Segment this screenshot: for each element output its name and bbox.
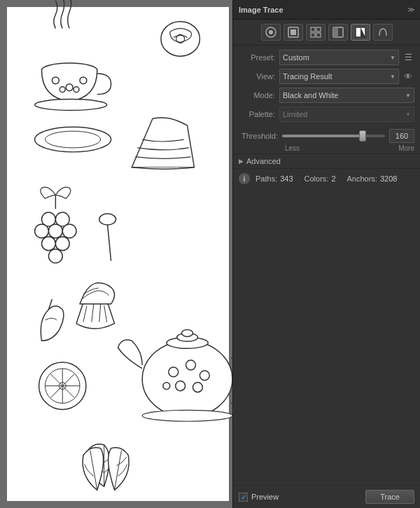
threshold-slider-wrap (282, 135, 385, 137)
checkbox-check-icon: ✓ (241, 493, 246, 501)
preset-icons-row (233, 20, 420, 46)
auto-color-preset-btn[interactable] (261, 24, 281, 41)
threshold-section: Threshold: Less More (233, 126, 420, 153)
anchors-label: Anchors: (347, 174, 377, 183)
threshold-slider-track (282, 135, 385, 137)
colors-value: 2 (331, 174, 335, 183)
view-eye-icon[interactable]: 👁 (402, 71, 414, 81)
svg-rect-51 (290, 29, 296, 35)
svg-point-9 (35, 127, 111, 152)
preset-menu-icon[interactable]: ☰ (402, 53, 414, 62)
mode-dropdown[interactable]: Black and White ▼ (279, 88, 414, 103)
threshold-label: Threshold: (239, 132, 282, 140)
mode-control-wrap: Black and White ▼ (279, 88, 414, 103)
panel-collapse-button[interactable]: ≫ (407, 6, 414, 13)
preset-row: Preset: Custom ▼ ☰ (239, 50, 414, 65)
preset-dropdown-arrow: ▼ (390, 55, 396, 61)
view-dropdown[interactable]: Tracing Result ▼ (279, 69, 399, 84)
view-row: View: Tracing Result ▼ 👁 (239, 69, 414, 84)
mode-label: Mode: (239, 91, 279, 99)
panel-titlebar: Image Trace ≫ (233, 0, 420, 20)
slider-labels: Less More (239, 143, 414, 152)
stats-row: i Paths: 343 Colors: 2 Anchors: 3208 (233, 169, 420, 188)
view-dropdown-arrow: ▼ (390, 74, 396, 80)
mode-dropdown-arrow: ▼ (405, 92, 411, 99)
svg-point-7 (161, 22, 200, 57)
view-control-wrap: Tracing Result ▼ 👁 (279, 69, 414, 84)
svg-rect-57 (333, 27, 338, 37)
low-color-preset-btn[interactable] (306, 24, 326, 41)
colors-stat: Colors: 2 (304, 174, 336, 183)
info-icon: i (239, 173, 250, 184)
canvas-area (0, 0, 232, 508)
svg-line-21 (108, 225, 111, 261)
svg-point-49 (269, 30, 273, 34)
paths-stat: Paths: 343 (255, 174, 293, 183)
bottom-actions-row: ✓ Preview Trace (233, 485, 420, 508)
paths-label: Paths: (255, 174, 277, 183)
preview-label: Preview (251, 493, 279, 501)
trace-button[interactable]: Trace (365, 490, 414, 504)
palette-row: Palette: Limited ▼ (239, 107, 414, 122)
svg-point-43 (182, 329, 193, 336)
paths-value: 343 (280, 174, 293, 183)
stats-content: Paths: 343 Colors: 2 Anchors: 3208 (255, 174, 414, 183)
palette-dropdown[interactable]: Limited ▼ (279, 107, 414, 122)
svg-point-20 (99, 214, 116, 225)
threshold-slider-fill (282, 135, 363, 137)
mode-row: Mode: Black and White ▼ (239, 88, 414, 103)
slider-less-label: Less (285, 144, 300, 152)
preset-control-wrap: Custom ▼ ☰ (279, 50, 414, 65)
panel-title: Image Trace (239, 6, 284, 14)
svg-point-34 (142, 341, 232, 417)
threshold-top-row: Threshold: (239, 129, 414, 143)
preview-checkbox[interactable]: ✓ (239, 493, 248, 502)
preview-checkbox-wrap[interactable]: ✓ Preview (239, 493, 279, 502)
anchors-value: 3208 (380, 174, 397, 183)
svg-point-14 (35, 224, 49, 238)
svg-point-15 (48, 224, 62, 238)
svg-point-19 (48, 249, 62, 263)
preset-label: Preset: (239, 53, 279, 62)
palette-dropdown-arrow: ▼ (405, 111, 411, 118)
grayscale-preset-btn[interactable] (328, 24, 348, 41)
svg-point-44 (142, 410, 232, 421)
svg-point-18 (55, 237, 69, 251)
palette-label: Palette: (239, 110, 279, 118)
svg-point-17 (42, 237, 56, 251)
outline-preset-btn[interactable] (373, 24, 393, 41)
advanced-section[interactable]: ▶ Advanced (233, 153, 420, 169)
form-section: Preset: Custom ▼ ☰ View: Tracing Result … (233, 46, 420, 126)
svg-rect-53 (316, 27, 321, 32)
svg-rect-54 (311, 33, 315, 37)
svg-point-6 (35, 99, 107, 111)
image-trace-panel: Image Trace ≫ Preset: (232, 0, 420, 508)
panel-titlebar-icons: ≫ (407, 6, 414, 13)
slider-more-label: More (398, 144, 414, 152)
svg-rect-55 (316, 33, 321, 37)
bw-preset-btn[interactable] (351, 24, 370, 41)
svg-rect-52 (311, 27, 315, 32)
high-color-preset-btn[interactable] (284, 24, 303, 41)
anchors-stat: Anchors: 3208 (347, 174, 398, 183)
svg-point-16 (62, 224, 76, 238)
view-label: View: (239, 72, 279, 81)
advanced-label: Advanced (246, 157, 281, 165)
preset-dropdown[interactable]: Custom ▼ (279, 50, 399, 65)
palette-control-wrap: Limited ▼ (279, 107, 414, 122)
advanced-expand-icon: ▶ (239, 158, 244, 165)
canvas-paper (7, 7, 229, 501)
colors-label: Colors: (304, 174, 329, 183)
threshold-value-input[interactable] (389, 129, 414, 143)
threshold-slider-thumb[interactable] (359, 130, 366, 142)
